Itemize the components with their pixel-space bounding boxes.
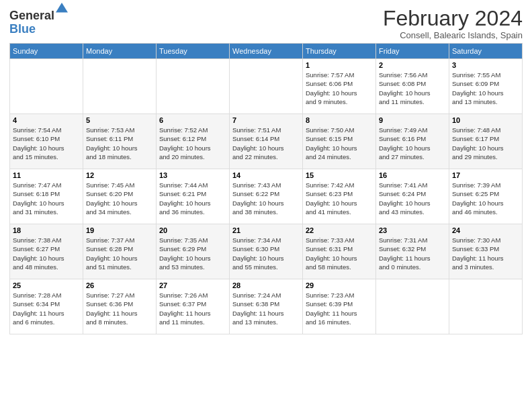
calendar-cell: 26Sunrise: 7:27 AM Sunset: 6:36 PM Dayli… — [83, 279, 157, 334]
day-number: 8 — [306, 116, 373, 124]
calendar-cell: 10Sunrise: 7:48 AM Sunset: 6:17 PM Dayli… — [449, 114, 523, 169]
calendar-cell: 6Sunrise: 7:52 AM Sunset: 6:12 PM Daylig… — [157, 114, 230, 169]
logo-blue: Blue — [9, 23, 54, 36]
title-area: February 2024 Consell, Balearic Islands,… — [383, 7, 523, 40]
calendar-cell: 8Sunrise: 7:50 AM Sunset: 6:15 PM Daylig… — [303, 114, 376, 169]
calendar-week-3: 11Sunrise: 7:47 AM Sunset: 6:18 PM Dayli… — [10, 169, 523, 224]
day-info: Sunrise: 7:33 AM Sunset: 6:31 PM Dayligh… — [306, 236, 373, 271]
calendar-cell: 17Sunrise: 7:39 AM Sunset: 6:25 PM Dayli… — [449, 169, 523, 224]
day-number: 27 — [159, 281, 226, 289]
calendar-cell: 16Sunrise: 7:41 AM Sunset: 6:24 PM Dayli… — [376, 169, 449, 224]
calendar-cell: 14Sunrise: 7:43 AM Sunset: 6:22 PM Dayli… — [230, 169, 303, 224]
day-info: Sunrise: 7:49 AM Sunset: 6:16 PM Dayligh… — [379, 126, 446, 161]
calendar-cell: 2Sunrise: 7:56 AM Sunset: 6:08 PM Daylig… — [376, 59, 449, 114]
day-number: 18 — [13, 226, 80, 234]
day-info: Sunrise: 7:56 AM Sunset: 6:08 PM Dayligh… — [379, 71, 446, 106]
logo: General Blue — [9, 9, 68, 36]
day-info: Sunrise: 7:53 AM Sunset: 6:11 PM Dayligh… — [86, 126, 153, 161]
col-sunday: Sunday — [10, 44, 83, 59]
calendar-cell: 12Sunrise: 7:45 AM Sunset: 6:20 PM Dayli… — [83, 169, 157, 224]
day-number: 26 — [86, 281, 153, 289]
day-info: Sunrise: 7:57 AM Sunset: 6:06 PM Dayligh… — [306, 71, 373, 106]
day-info: Sunrise: 7:28 AM Sunset: 6:34 PM Dayligh… — [13, 291, 80, 326]
day-number: 19 — [86, 226, 153, 234]
day-info: Sunrise: 7:27 AM Sunset: 6:36 PM Dayligh… — [86, 291, 153, 326]
day-info: Sunrise: 7:54 AM Sunset: 6:10 PM Dayligh… — [13, 126, 80, 161]
day-number: 15 — [306, 171, 373, 179]
subtitle: Consell, Balearic Islands, Spain — [383, 30, 523, 40]
day-number: 14 — [232, 171, 300, 179]
calendar-cell: 15Sunrise: 7:42 AM Sunset: 6:23 PM Dayli… — [303, 169, 376, 224]
day-info: Sunrise: 7:47 AM Sunset: 6:18 PM Dayligh… — [13, 181, 80, 216]
calendar-table: Sunday Monday Tuesday Wednesday Thursday… — [9, 43, 523, 334]
calendar-cell: 13Sunrise: 7:44 AM Sunset: 6:21 PM Dayli… — [157, 169, 230, 224]
day-number: 4 — [13, 116, 80, 124]
day-number: 1 — [306, 61, 373, 69]
calendar-cell: 11Sunrise: 7:47 AM Sunset: 6:18 PM Dayli… — [10, 169, 83, 224]
main-title: February 2024 — [383, 7, 523, 30]
day-info: Sunrise: 7:43 AM Sunset: 6:22 PM Dayligh… — [232, 181, 300, 216]
day-number: 29 — [306, 281, 373, 289]
logo-icon — [56, 3, 68, 15]
day-number: 11 — [13, 171, 80, 179]
calendar-cell: 1Sunrise: 7:57 AM Sunset: 6:06 PM Daylig… — [303, 59, 376, 114]
logo-general: General — [9, 9, 54, 23]
day-info: Sunrise: 7:35 AM Sunset: 6:29 PM Dayligh… — [159, 236, 226, 271]
day-number: 24 — [452, 226, 519, 234]
calendar-week-5: 25Sunrise: 7:28 AM Sunset: 6:34 PM Dayli… — [10, 279, 523, 334]
calendar-cell: 21Sunrise: 7:34 AM Sunset: 6:30 PM Dayli… — [230, 224, 303, 279]
day-number: 21 — [232, 226, 300, 234]
calendar-cell: 25Sunrise: 7:28 AM Sunset: 6:34 PM Dayli… — [10, 279, 83, 334]
calendar-cell — [10, 59, 83, 114]
col-friday: Friday — [376, 44, 449, 59]
calendar-cell: 3Sunrise: 7:55 AM Sunset: 6:09 PM Daylig… — [449, 59, 523, 114]
day-info: Sunrise: 7:42 AM Sunset: 6:23 PM Dayligh… — [306, 181, 373, 216]
calendar-cell: 23Sunrise: 7:31 AM Sunset: 6:32 PM Dayli… — [376, 224, 449, 279]
col-thursday: Thursday — [303, 44, 376, 59]
calendar-cell: 20Sunrise: 7:35 AM Sunset: 6:29 PM Dayli… — [157, 224, 230, 279]
calendar-week-4: 18Sunrise: 7:38 AM Sunset: 6:27 PM Dayli… — [10, 224, 523, 279]
day-info: Sunrise: 7:23 AM Sunset: 6:39 PM Dayligh… — [306, 291, 373, 326]
header: General Blue February 2024 Consell, Bale… — [9, 7, 523, 40]
day-number: 5 — [86, 116, 153, 124]
calendar-cell — [376, 279, 449, 334]
calendar-cell: 22Sunrise: 7:33 AM Sunset: 6:31 PM Dayli… — [303, 224, 376, 279]
day-info: Sunrise: 7:45 AM Sunset: 6:20 PM Dayligh… — [86, 181, 153, 216]
day-info: Sunrise: 7:51 AM Sunset: 6:14 PM Dayligh… — [232, 126, 300, 161]
day-number: 16 — [379, 171, 446, 179]
col-tuesday: Tuesday — [157, 44, 230, 59]
calendar-week-2: 4Sunrise: 7:54 AM Sunset: 6:10 PM Daylig… — [10, 114, 523, 169]
day-number: 22 — [306, 226, 373, 234]
calendar-cell — [230, 59, 303, 114]
day-info: Sunrise: 7:52 AM Sunset: 6:12 PM Dayligh… — [159, 126, 226, 161]
day-number: 17 — [452, 171, 519, 179]
calendar-cell: 9Sunrise: 7:49 AM Sunset: 6:16 PM Daylig… — [376, 114, 449, 169]
calendar-cell: 29Sunrise: 7:23 AM Sunset: 6:39 PM Dayli… — [303, 279, 376, 334]
header-row: Sunday Monday Tuesday Wednesday Thursday… — [10, 44, 523, 59]
day-info: Sunrise: 7:34 AM Sunset: 6:30 PM Dayligh… — [232, 236, 300, 271]
day-info: Sunrise: 7:26 AM Sunset: 6:37 PM Dayligh… — [159, 291, 226, 326]
day-info: Sunrise: 7:31 AM Sunset: 6:32 PM Dayligh… — [379, 236, 446, 271]
day-info: Sunrise: 7:24 AM Sunset: 6:38 PM Dayligh… — [232, 291, 300, 326]
day-number: 9 — [379, 116, 446, 124]
day-number: 25 — [13, 281, 80, 289]
day-info: Sunrise: 7:38 AM Sunset: 6:27 PM Dayligh… — [13, 236, 80, 271]
day-info: Sunrise: 7:39 AM Sunset: 6:25 PM Dayligh… — [452, 181, 519, 216]
day-number: 12 — [86, 171, 153, 179]
calendar-cell: 19Sunrise: 7:37 AM Sunset: 6:28 PM Dayli… — [83, 224, 157, 279]
col-monday: Monday — [83, 44, 157, 59]
day-info: Sunrise: 7:41 AM Sunset: 6:24 PM Dayligh… — [379, 181, 446, 216]
day-number: 6 — [159, 116, 226, 124]
calendar-cell: 27Sunrise: 7:26 AM Sunset: 6:37 PM Dayli… — [157, 279, 230, 334]
day-number: 23 — [379, 226, 446, 234]
day-number: 20 — [159, 226, 226, 234]
day-number: 2 — [379, 61, 446, 69]
calendar-cell — [449, 279, 523, 334]
day-number: 7 — [232, 116, 300, 124]
col-saturday: Saturday — [449, 44, 523, 59]
calendar-cell — [83, 59, 157, 114]
day-number: 28 — [232, 281, 300, 289]
calendar-cell: 18Sunrise: 7:38 AM Sunset: 6:27 PM Dayli… — [10, 224, 83, 279]
calendar-cell: 24Sunrise: 7:30 AM Sunset: 6:33 PM Dayli… — [449, 224, 523, 279]
col-wednesday: Wednesday — [230, 44, 303, 59]
